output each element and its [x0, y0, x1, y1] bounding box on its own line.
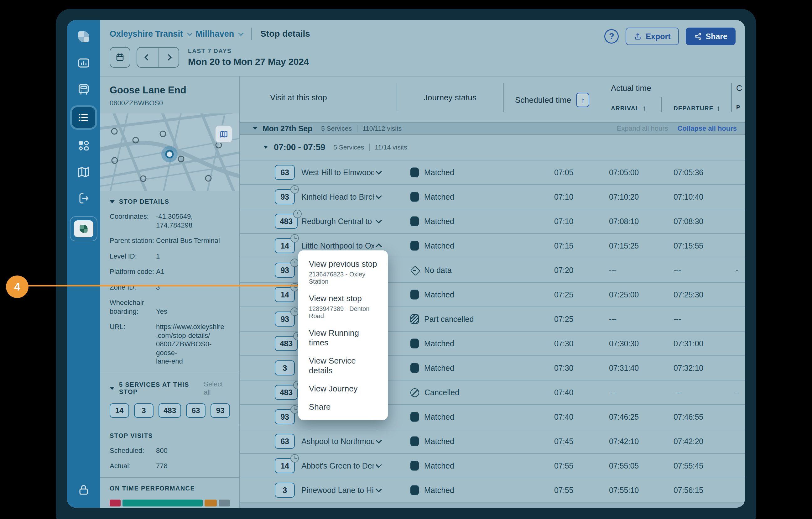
status-icon	[410, 217, 419, 226]
select-all-link[interactable]: Select all	[204, 380, 230, 397]
status-label: Matched	[424, 412, 454, 421]
stop-details-header[interactable]: STOP DETAILS	[110, 198, 230, 205]
scheduled-time: 07:25	[554, 290, 573, 299]
journey-name: Pinewood Lane to Highg…	[301, 486, 374, 495]
day-group-row[interactable]: Mon 27th Sep 5 Services 110/112 visits E…	[240, 122, 745, 135]
arrival-time: 07:31:40	[609, 363, 639, 373]
service-chip[interactable]: 3	[134, 403, 153, 418]
date-range-value: Mon 20 to Mon 27 May 2024	[188, 56, 309, 67]
expand-all-hours-link[interactable]: Expand all hours	[617, 125, 668, 133]
menu-item-share[interactable]: Share	[298, 402, 388, 412]
sidebar-item-workspace-app[interactable]	[70, 216, 97, 241]
sidebar-item-vehicles[interactable]	[75, 81, 92, 98]
menu-item-view-previous-stop[interactable]: View previous stop 2136476823 - Oxley St…	[298, 259, 388, 285]
clock-badge-icon	[290, 405, 299, 414]
detail-row: Parent station:Central Bus Terminal	[110, 236, 230, 245]
chevron-icon[interactable]	[376, 462, 382, 468]
sort-button[interactable]: ↑	[576, 93, 589, 107]
service-chip[interactable]: 14	[110, 403, 129, 418]
section-title: STOP DETAILS	[119, 198, 169, 205]
route-badge: 3	[275, 483, 295, 498]
prev-day-button[interactable]	[137, 48, 158, 67]
scheduled-time: 07:55	[554, 461, 573, 470]
scheduled-time: 07:20	[554, 266, 573, 275]
collapse-caret-icon	[253, 127, 257, 130]
table-header: Visit at this stop Journey status Schedu…	[240, 77, 745, 122]
status-icon	[410, 363, 419, 373]
menu-item-view-journey[interactable]: View Journey	[298, 384, 388, 394]
breadcrumb-region[interactable]: Millhaven	[196, 29, 234, 39]
hour-visits: 11/14 visits	[375, 143, 407, 151]
services-header[interactable]: 5 SERVICES AT THIS STOP	[110, 381, 204, 395]
status-icon	[410, 266, 419, 275]
hour-group-row[interactable]: 07:00 - 07:59 5 Services 11/14 visits	[240, 135, 745, 160]
departure-time: ---	[673, 388, 681, 397]
service-chip[interactable]: 93	[210, 403, 230, 418]
col-departure[interactable]: DEPARTURE↑	[673, 104, 721, 112]
service-chip[interactable]: 63	[186, 403, 205, 418]
extra-cell: -	[735, 388, 738, 397]
visit-row[interactable]: 63 Ashpool to Northmouth S… Matched 07:4…	[240, 429, 745, 453]
hour-services: 5 Services	[333, 143, 364, 151]
sort-arrow-icon: ↑	[717, 104, 721, 112]
col-arrival[interactable]: ARRIVAL↑	[611, 104, 646, 112]
visit-row[interactable]: 63 West Hill to Elmwood Lan… Matched 07:…	[240, 160, 745, 184]
date-range-label: LAST 7 DAYS	[188, 48, 309, 55]
services-section: 5 SERVICES AT THIS STOP Select all 14 3 …	[100, 373, 239, 425]
stop-map[interactable]	[100, 113, 239, 191]
status-icon	[410, 461, 419, 471]
share-button[interactable]: Share	[686, 28, 735, 45]
menu-item-view-next-stop[interactable]: View next stop 1283947389 - Denton Road	[298, 294, 388, 320]
chevron-icon[interactable]	[376, 437, 382, 443]
sidebar-item-analytics[interactable]	[75, 55, 92, 72]
stop-details-section: STOP DETAILS Coordinates:-41.305649, 174…	[100, 191, 239, 373]
chevron-icon[interactable]	[376, 217, 382, 223]
service-chip[interactable]: 483	[158, 403, 181, 418]
route-badge: 63	[275, 165, 295, 180]
journey-name: Redburgh Central to Park…	[301, 217, 374, 226]
menu-item-view-running-times[interactable]: View Running times	[298, 328, 388, 348]
journey-name: Abbot's Green to Denton…	[301, 461, 374, 470]
date-pager	[137, 47, 179, 68]
visit-row[interactable]: 14 Abbot's Green to Denton… Matched 07:5…	[240, 453, 745, 477]
screen: Oxleyshire Transit Millhaven Stop detail…	[0, 0, 812, 519]
clock-badge-icon	[290, 234, 299, 243]
arrival-time: 07:15:25	[609, 241, 639, 250]
departure-time: 07:42:20	[673, 437, 703, 446]
menu-item-view-service-details[interactable]: View Service details	[298, 356, 388, 376]
day-visits: 110/112 visits	[362, 125, 402, 132]
detail-row: Level ID:1	[110, 252, 230, 261]
departure-time: 07:08:30	[673, 217, 703, 226]
sidebar-item-stop-list[interactable]	[72, 107, 95, 128]
service-chips: 14 3 483 63 93	[110, 403, 230, 418]
help-icon[interactable]: ?	[604, 29, 619, 44]
arrival-time: 07:08:10	[609, 217, 639, 226]
next-day-button[interactable]	[158, 48, 179, 67]
departure-time: 07:10:40	[673, 192, 703, 201]
status-icon	[410, 388, 419, 397]
chevron-icon[interactable]	[376, 193, 382, 199]
stop-url-link[interactable]: https://www.oxleyshire .com/stop-details…	[156, 323, 230, 366]
status-icon	[410, 339, 419, 349]
arrival-time: 07:25:00	[609, 290, 639, 299]
visit-row[interactable]: 483 Redburgh Central to Park… Matched 07…	[240, 209, 745, 233]
breadcrumb-org[interactable]: Oxleyshire Transit	[110, 29, 183, 39]
chevron-icon[interactable]	[376, 244, 382, 250]
sidebar-item-categories[interactable]	[75, 137, 92, 154]
lock-icon[interactable]	[75, 482, 92, 498]
open-map-button[interactable]	[215, 125, 232, 143]
body: Goose Lane End 0800ZZBWBOS0	[100, 76, 745, 508]
chevron-icon[interactable]	[376, 486, 382, 492]
calendar-button[interactable]	[110, 47, 130, 68]
visit-row[interactable]: 93 Kinfield Head to Birchwo… Matched 07:…	[240, 184, 745, 209]
stop-panel: Goose Lane End 0800ZZBWBOS0	[100, 77, 240, 508]
collapse-all-hours-link[interactable]: Collapse all hours	[677, 125, 737, 133]
sidebar-item-logout[interactable]	[75, 190, 92, 207]
sidebar-item-map[interactable]	[75, 164, 92, 181]
visit-row[interactable]: 3 Pinewood Lane to Highg… Matched 07:55 …	[240, 477, 745, 502]
export-button[interactable]: Export	[626, 28, 678, 45]
chevron-icon[interactable]	[376, 168, 382, 174]
journey-name: West Hill to Elmwood Lan…	[301, 168, 374, 177]
detail-row-url: URL:https://www.oxleyshire .com/stop-det…	[110, 323, 230, 366]
arrival-time: 07:42:10	[609, 437, 639, 446]
